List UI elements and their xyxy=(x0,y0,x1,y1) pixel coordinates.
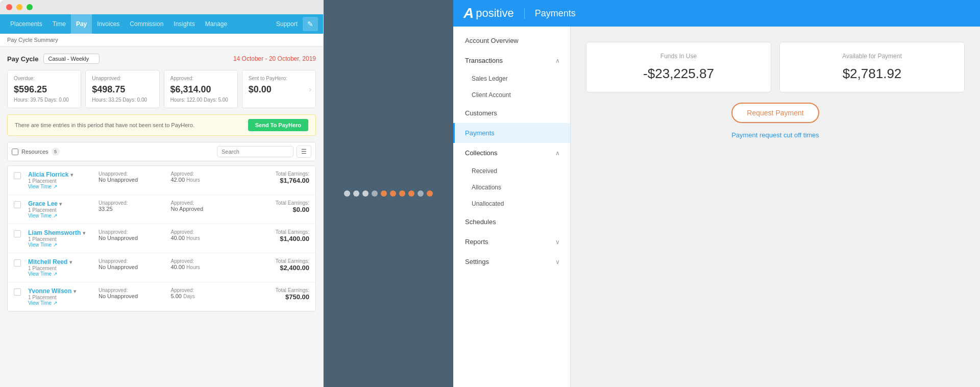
resources-bar: Resources 5 ☰ xyxy=(7,142,316,161)
sidebar-item-received[interactable]: Received xyxy=(453,163,570,179)
dot-1 xyxy=(344,190,350,197)
summary-card-approved: Approved: $6,314.00 Hours: 122.00 Days: … xyxy=(164,70,238,108)
support-link[interactable]: Support xyxy=(271,20,303,28)
summary-card-overdue: Overdue: $596.25 Hours: 39.75 Days: 0.00 xyxy=(7,70,81,108)
sidebar-item-payments[interactable]: Payments xyxy=(453,123,570,143)
emp-approved-col-1: Approved: No Approved xyxy=(171,200,239,212)
nav-time[interactable]: Time xyxy=(47,14,71,34)
payments-main-content: Funds In Use -$23,225.87 Available for P… xyxy=(571,27,980,387)
emp-placement-4: 1 Placement xyxy=(28,295,94,300)
sidebar-item-label: Schedules xyxy=(465,218,496,226)
dot-7 xyxy=(399,190,405,197)
pay-content: Pay Cycle Casual - Weekly 14 October - 2… xyxy=(0,46,323,387)
brand-name: positive xyxy=(476,7,514,20)
emp-name-2[interactable]: Liam Shemsworth ▾ xyxy=(28,229,94,236)
sidebar-item-label: Settings xyxy=(465,258,489,265)
sent-amount: $0.00 xyxy=(249,84,309,95)
emp-name-4[interactable]: Yvonne Wilson ▾ xyxy=(28,287,94,295)
dot-5 xyxy=(381,190,387,197)
emp-view-time-1[interactable]: View Time ↗ xyxy=(28,213,94,219)
sidebar-item-sales-ledger[interactable]: Sales Ledger xyxy=(453,70,570,87)
resources-checkbox[interactable] xyxy=(12,149,18,155)
close-btn[interactable] xyxy=(6,4,12,10)
user-icon[interactable]: ✎ xyxy=(303,17,318,31)
unapproved-label: Unapproved: xyxy=(92,76,153,81)
emp-approved-col-0: Approved: 42.00 Hours xyxy=(171,171,239,183)
nav-placements[interactable]: Placements xyxy=(5,14,47,34)
emp-placement-3: 1 Placement xyxy=(28,265,94,271)
emp-checkbox-0[interactable] xyxy=(14,172,21,179)
emp-total-col-4: Total Earnings: $750.00 xyxy=(243,287,309,301)
right-panel: A positive Payments Account Overview Tra… xyxy=(453,0,980,387)
nav-manage[interactable]: Manage xyxy=(200,14,232,34)
funds-in-use-amount: -$23,225.87 xyxy=(599,66,758,82)
approved-amount: $6,314.00 xyxy=(170,84,231,95)
dot-6 xyxy=(390,190,396,197)
nav-commission[interactable]: Commission xyxy=(125,14,168,34)
sidebar: Account Overview Transactions ∧ Sales Le… xyxy=(453,27,571,387)
window-chrome xyxy=(0,0,323,14)
request-payment-button[interactable]: Request Payment xyxy=(731,103,819,123)
emp-name-0[interactable]: Alicia Florrick ▾ xyxy=(28,171,94,178)
sidebar-item-label: Customers xyxy=(465,109,497,117)
nav-invoices[interactable]: Invoices xyxy=(92,14,125,34)
sent-arrow[interactable]: › xyxy=(309,85,311,93)
maximize-btn[interactable] xyxy=(27,4,33,10)
search-input[interactable] xyxy=(217,146,293,157)
emp-checkbox-4[interactable] xyxy=(14,288,21,296)
left-panel: Placements Time Pay Invoices Commission … xyxy=(0,0,324,387)
nav-pay[interactable]: Pay xyxy=(71,14,92,34)
nav-insights[interactable]: Insights xyxy=(168,14,200,34)
search-box: ☰ xyxy=(217,146,311,158)
summary-card-unapproved: Unapproved: $498.75 Hours: 33.25 Days: 0… xyxy=(85,70,159,108)
sidebar-item-client-account[interactable]: Client Account xyxy=(453,87,570,103)
right-body: Account Overview Transactions ∧ Sales Le… xyxy=(453,27,980,387)
emp-view-time-2[interactable]: View Time ↗ xyxy=(28,242,94,248)
chevron-down-icon-2: ∨ xyxy=(555,258,560,265)
emp-total-col-2: Total Earnings: $1,400.00 xyxy=(243,229,309,243)
sidebar-sub-item-label: Unallocated xyxy=(472,200,504,207)
emp-view-time-4[interactable]: View Time ↗ xyxy=(28,300,94,306)
brand-a-icon: A xyxy=(463,5,474,21)
top-nav: Placements Time Pay Invoices Commission … xyxy=(0,14,323,34)
sidebar-item-settings[interactable]: Settings ∨ xyxy=(453,252,570,272)
sidebar-sub-item-label: Allocations xyxy=(472,184,501,191)
emp-name-col-2: Liam Shemsworth ▾ 1 Placement View Time … xyxy=(28,229,94,248)
emp-name-3[interactable]: Mitchell Reed ▾ xyxy=(28,258,94,265)
sidebar-item-collections[interactable]: Collections ∧ xyxy=(453,143,570,163)
payment-cut-off-link[interactable]: Payment request cut off times xyxy=(731,131,819,139)
table-row: Mitchell Reed ▾ 1 Placement View Time ↗ … xyxy=(8,253,315,282)
send-to-payhero-button[interactable]: Send To PayHero xyxy=(248,119,308,131)
sidebar-sub-item-label: Client Account xyxy=(472,91,511,99)
emp-view-time-3[interactable]: View Time ↗ xyxy=(28,271,94,277)
sidebar-item-account-overview[interactable]: Account Overview xyxy=(453,31,570,51)
filter-button[interactable]: ☰ xyxy=(297,146,311,158)
sidebar-item-unallocated[interactable]: Unallocated xyxy=(453,196,570,212)
emp-name-1[interactable]: Grace Lee ▾ xyxy=(28,200,94,207)
warning-message: There are time entries in this period th… xyxy=(15,122,194,128)
sidebar-item-reports[interactable]: Reports ∨ xyxy=(453,232,570,252)
overdue-detail: Hours: 39.75 Days: 0.00 xyxy=(14,97,75,103)
sidebar-item-customers[interactable]: Customers xyxy=(453,103,570,123)
sidebar-item-schedules[interactable]: Schedules xyxy=(453,212,570,232)
emp-checkbox-1[interactable] xyxy=(14,201,21,208)
table-row: Alicia Florrick ▾ 1 Placement View Time … xyxy=(8,166,315,195)
pay-cycle-select[interactable]: Casual - Weekly xyxy=(43,54,100,64)
middle-panel xyxy=(324,0,453,387)
dot-3 xyxy=(362,190,369,197)
sidebar-item-label: Transactions xyxy=(465,57,503,64)
table-row: Yvonne Wilson ▾ 1 Placement View Time ↗ … xyxy=(8,282,315,311)
minimize-btn[interactable] xyxy=(16,4,22,10)
breadcrumb: Pay Cycle Summary xyxy=(0,34,323,46)
emp-unapproved-col-0: Unapproved: No Unapproved xyxy=(99,171,167,183)
emp-checkbox-3[interactable] xyxy=(14,259,21,267)
page-title: Payments xyxy=(524,8,576,19)
loading-indicator xyxy=(344,190,433,197)
sidebar-sub-item-label: Sales Ledger xyxy=(472,75,508,82)
sidebar-item-allocations[interactable]: Allocations xyxy=(453,179,570,196)
emp-total-col-1: Total Earnings: $0.00 xyxy=(243,200,309,213)
emp-view-time-0[interactable]: View Time ↗ xyxy=(28,184,94,189)
emp-unapproved-col-1: Unapproved: 33.25 xyxy=(99,200,167,212)
emp-checkbox-2[interactable] xyxy=(14,230,21,237)
sidebar-item-transactions[interactable]: Transactions ∧ xyxy=(453,51,570,70)
